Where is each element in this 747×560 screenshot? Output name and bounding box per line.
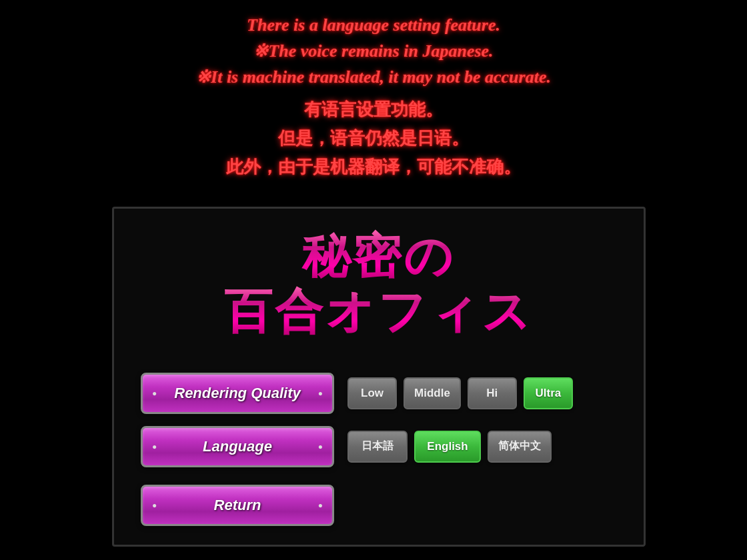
quality-ultra-button[interactable]: Ultra xyxy=(524,377,573,409)
title-line2: 百合オフィス xyxy=(114,284,644,339)
top-section: There is a language setting feature. ※Th… xyxy=(0,0,747,188)
top-line3: ※It is machine translated, it may not be… xyxy=(196,67,551,87)
settings-area: Rendering Quality Low Middle Hi Ultra La… xyxy=(114,353,644,481)
quality-hi-button[interactable]: Hi xyxy=(468,377,517,409)
top-line6: 此外，由于是机器翻译，可能不准确。 xyxy=(226,157,521,177)
top-line4: 有语言设置功能。 xyxy=(304,99,443,119)
quality-options-group: Low Middle Hi Ultra xyxy=(347,377,573,409)
quality-middle-button[interactable]: Middle xyxy=(404,377,461,409)
top-text-en: There is a language setting feature. ※Th… xyxy=(40,12,707,90)
rendering-quality-row: Rendering Quality Low Middle Hi Ultra xyxy=(141,373,617,414)
rendering-quality-label-btn: Rendering Quality xyxy=(141,373,334,414)
language-chinese-button[interactable]: 简体中文 xyxy=(488,431,552,463)
language-japanese-button[interactable]: 日本語 xyxy=(347,431,408,463)
return-row: Return xyxy=(114,485,644,526)
return-button[interactable]: Return xyxy=(141,485,334,526)
title-line1: 秘密の xyxy=(114,229,644,284)
language-english-button[interactable]: English xyxy=(414,431,481,463)
top-line2: ※The voice remains in Japanese. xyxy=(253,41,493,61)
top-line1: There is a language setting feature. xyxy=(247,15,500,35)
game-title: 秘密の 百合オフィス xyxy=(114,209,644,353)
language-label-btn: Language xyxy=(141,426,334,467)
top-text-zh: 有语言设置功能。 但是，语音仍然是日语。 此外，由于是机器翻译，可能不准确。 xyxy=(40,95,707,181)
top-line5: 但是，语音仍然是日语。 xyxy=(278,128,469,148)
game-window: 秘密の 百合オフィス Rendering Quality Low Middle … xyxy=(112,207,646,547)
language-label: Language xyxy=(203,438,272,455)
return-label: Return xyxy=(214,497,261,514)
rendering-quality-label: Rendering Quality xyxy=(174,385,300,402)
language-row: Language 日本語 English 简体中文 xyxy=(141,426,617,467)
language-options-group: 日本語 English 简体中文 xyxy=(347,431,552,463)
quality-low-button[interactable]: Low xyxy=(347,377,397,409)
